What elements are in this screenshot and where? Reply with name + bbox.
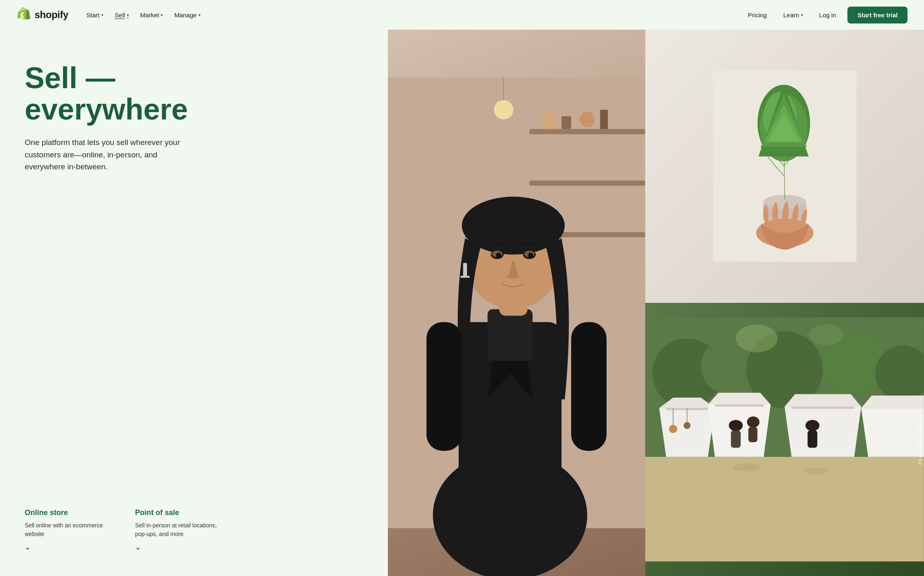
nav-login[interactable]: Log in <box>814 8 841 22</box>
learn-chevron-icon: ▾ <box>801 13 803 17</box>
svg-rect-13 <box>488 309 533 361</box>
svg-rect-47 <box>645 457 924 562</box>
svg-rect-2 <box>530 129 645 134</box>
manage-chevron-icon: ▾ <box>198 13 201 17</box>
svg-point-22 <box>528 253 533 258</box>
shopify-logo-icon <box>16 7 31 22</box>
svg-point-46 <box>809 324 844 345</box>
nav-links: Start ▾ Sell ▾ Market ▾ Manage ▾ <box>82 8 743 22</box>
svg-point-45 <box>736 324 778 352</box>
svg-marker-51 <box>708 405 770 457</box>
svg-rect-26 <box>572 322 607 451</box>
svg-point-7 <box>580 112 595 127</box>
nav-right: Pricing Learn ▾ Log in Start free trial <box>743 7 908 23</box>
feature-card-online-store: Online store Sell online with an ecommer… <box>25 508 115 551</box>
pos-chevron-icon[interactable]: ⌄ <box>135 543 226 551</box>
nav-cta-button[interactable]: Start free trial <box>847 7 908 23</box>
sell-chevron-icon: ▾ <box>127 13 129 17</box>
nav-market[interactable]: Market ▾ <box>135 8 168 22</box>
svg-point-70 <box>803 467 828 474</box>
person-image <box>388 30 645 576</box>
svg-point-61 <box>747 417 759 428</box>
svg-point-16 <box>462 197 565 255</box>
start-chevron-icon: ▾ <box>101 13 103 17</box>
svg-point-63 <box>805 420 819 431</box>
nav-learn[interactable]: Learn ▾ <box>778 8 807 22</box>
svg-rect-60 <box>731 431 741 448</box>
svg-rect-6 <box>562 116 571 129</box>
hero-images: Featured merch <box>388 30 924 576</box>
nav-manage[interactable]: Manage ▾ <box>169 8 205 22</box>
market-chevron-icon: ▾ <box>161 13 163 17</box>
hero-center-image <box>388 30 645 576</box>
svg-point-21 <box>496 253 501 258</box>
svg-rect-3 <box>530 180 645 185</box>
logo-text: shopify <box>35 9 68 21</box>
svg-marker-54 <box>785 407 861 457</box>
svg-rect-24 <box>461 276 470 278</box>
hero-plant-image <box>645 30 924 303</box>
hero-right-column: Featured merch <box>645 30 924 576</box>
hero-market-image: Featured merch <box>645 303 924 576</box>
svg-rect-56 <box>792 407 854 409</box>
market-scene-icon <box>645 303 924 576</box>
featured-merch-label: Featured merch <box>918 414 923 465</box>
hero-subtitle: One platform that lets you sell wherever… <box>25 136 198 173</box>
pos-desc: Sell in-person at retail locations, pop-… <box>135 521 226 539</box>
svg-rect-8 <box>600 110 608 129</box>
svg-rect-62 <box>749 427 758 442</box>
hero-title: Sell — everywhere <box>25 63 388 125</box>
svg-point-68 <box>684 422 691 429</box>
pos-title: Point of sale <box>135 508 226 517</box>
online-store-chevron-icon[interactable]: ⌄ <box>25 543 115 551</box>
hero-section: Sell — everywhere One platform that lets… <box>0 30 924 576</box>
svg-rect-5 <box>542 113 555 129</box>
svg-point-66 <box>669 425 677 433</box>
svg-point-9 <box>494 100 513 119</box>
navbar: shopify Start ▾ Sell ▾ Market ▾ Manage ▾… <box>0 0 924 30</box>
hero-left-content: Sell — everywhere One platform that lets… <box>0 30 388 576</box>
nav-start[interactable]: Start ▾ <box>82 8 108 22</box>
logo-link[interactable]: shopify <box>16 7 68 22</box>
svg-rect-23 <box>463 263 467 277</box>
plant-hand-icon <box>687 70 882 262</box>
svg-rect-25 <box>427 322 462 451</box>
svg-marker-52 <box>708 393 770 405</box>
svg-point-69 <box>733 463 761 471</box>
feature-card-pos: Point of sale Sell in-person at retail l… <box>135 508 226 551</box>
svg-marker-55 <box>785 394 861 407</box>
online-store-title: Online store <box>25 508 115 517</box>
nav-sell[interactable]: Sell ▾ <box>110 8 134 22</box>
nav-pricing[interactable]: Pricing <box>743 8 772 22</box>
svg-rect-64 <box>807 431 817 448</box>
feature-cards: Online store Sell online with an ecommer… <box>25 508 388 551</box>
svg-rect-53 <box>715 405 763 407</box>
svg-point-59 <box>729 420 743 431</box>
online-store-desc: Sell online with an ecommerce website <box>25 521 115 539</box>
